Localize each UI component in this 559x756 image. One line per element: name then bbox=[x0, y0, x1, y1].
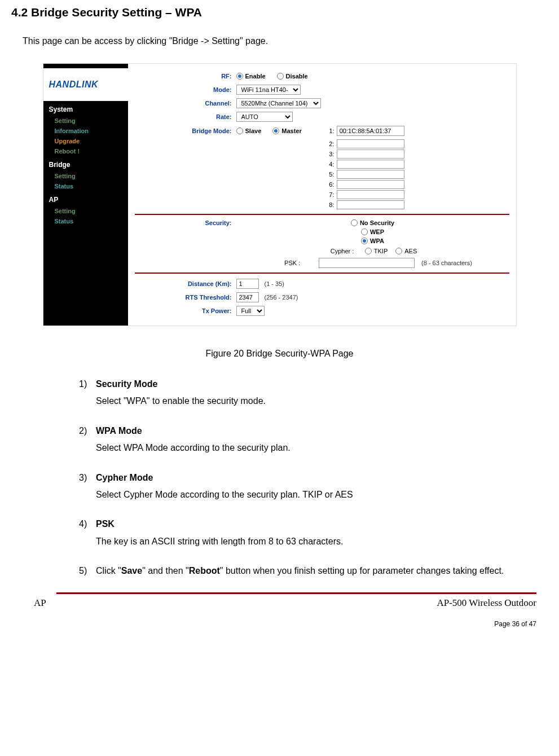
mac-index: 1: bbox=[327, 128, 334, 134]
distance-label: Distance (Km): bbox=[135, 280, 236, 287]
rf-disable-option[interactable]: Disable bbox=[277, 73, 308, 80]
sidebar-item-ap-status[interactable]: Status bbox=[43, 216, 128, 226]
rf-label: RF: bbox=[135, 73, 236, 80]
section-heading: 4.2 Bridge Security Setting – WPA bbox=[11, 6, 548, 19]
cypher-label: Cypher : bbox=[331, 248, 362, 254]
bridge-mode-slave-option[interactable]: Slave bbox=[236, 128, 262, 134]
mac-input-2[interactable] bbox=[337, 139, 404, 148]
mac-index: 5: bbox=[327, 171, 334, 178]
footer-divider bbox=[56, 592, 536, 594]
mac-row-1: 1: bbox=[327, 126, 404, 136]
mac-input-6[interactable] bbox=[337, 180, 404, 189]
sidebar-item-upgrade[interactable]: Upgrade bbox=[43, 136, 128, 146]
rate-select[interactable]: AUTO bbox=[236, 112, 293, 122]
security-none-option[interactable]: No Security bbox=[351, 219, 394, 226]
mac-input-1[interactable] bbox=[337, 126, 404, 136]
radio-icon bbox=[236, 128, 243, 134]
radio-icon bbox=[277, 73, 284, 80]
security-wpa-option[interactable]: WPA bbox=[361, 238, 384, 244]
save-text: Save bbox=[121, 566, 142, 575]
mac-input-5[interactable] bbox=[337, 170, 404, 179]
mac-row-3: 3: bbox=[327, 150, 509, 159]
nav-header-system: System bbox=[43, 101, 128, 116]
settings-form-area: RF: Enable Disable Mode: WiFi 11na HT40-… bbox=[128, 64, 516, 326]
security-wep-option[interactable]: WEP bbox=[361, 228, 384, 235]
sidebar-item-system-setting[interactable]: Setting bbox=[43, 116, 128, 126]
list-item: 4) PSK The key is an ASCII string with l… bbox=[79, 516, 548, 550]
mode-label: Mode: bbox=[135, 86, 236, 93]
intro-paragraph: This page can be access by clicking "Bri… bbox=[23, 36, 548, 46]
cypher-aes-option[interactable]: AES bbox=[395, 248, 417, 254]
mode-select[interactable]: WiFi 11na HT40- bbox=[236, 85, 301, 95]
channel-row: Channel: 5520Mhz (Channel 104) bbox=[135, 98, 509, 109]
cypher-tkip-option[interactable]: TKIP bbox=[365, 248, 388, 254]
master-label: Master bbox=[281, 128, 301, 134]
list-item-desc: The key is an ASCII string with length f… bbox=[96, 533, 548, 550]
mac-row-6: 6: bbox=[327, 180, 509, 189]
reboot-text: Reboot bbox=[189, 566, 220, 575]
cypher-aes-label: AES bbox=[404, 248, 417, 254]
mac-index: 8: bbox=[327, 201, 334, 208]
radio-icon bbox=[395, 248, 402, 254]
brand-logo: HANDLINK bbox=[43, 68, 128, 101]
cypher-tkip-label: TKIP bbox=[374, 248, 388, 254]
mac-input-4[interactable] bbox=[337, 160, 404, 169]
security-wep-label: WEP bbox=[370, 228, 384, 235]
distance-row: Distance (Km): (1 - 35) bbox=[135, 278, 509, 289]
mode-row: Mode: WiFi 11na HT40- bbox=[135, 84, 509, 95]
list-number: 1) bbox=[79, 376, 96, 410]
sidebar-item-reboot[interactable]: Reboot ! bbox=[43, 146, 128, 156]
radio-icon bbox=[365, 248, 372, 254]
list-item-title: Security Mode bbox=[96, 379, 157, 389]
mac-input-3[interactable] bbox=[337, 150, 404, 159]
footer: AP AP-500 Wireless Outdoor bbox=[34, 597, 536, 609]
distance-input[interactable] bbox=[236, 279, 259, 289]
mac-row-5: 5: bbox=[327, 170, 509, 179]
mac-input-7[interactable] bbox=[337, 190, 404, 199]
security-row: Security: No Security WEP WPA Cypher : T… bbox=[135, 219, 509, 268]
txpower-label: Tx Power: bbox=[135, 307, 236, 314]
rts-row: RTS Threshold: (256 - 2347) bbox=[135, 292, 509, 303]
cypher-row: Cypher : TKIP AES bbox=[331, 248, 426, 254]
rts-hint: (256 - 2347) bbox=[265, 294, 298, 301]
footer-right: AP-500 Wireless Outdoor bbox=[437, 597, 536, 609]
rts-label: RTS Threshold: bbox=[135, 294, 236, 301]
list-item-desc: Select WPA Mode according to the securit… bbox=[96, 439, 548, 456]
sidebar-item-ap-setting[interactable]: Setting bbox=[43, 206, 128, 216]
mac-input-8[interactable] bbox=[337, 200, 404, 209]
radio-icon bbox=[236, 73, 243, 80]
rts-input[interactable] bbox=[236, 292, 259, 302]
channel-label: Channel: bbox=[135, 100, 236, 107]
mac-index: 7: bbox=[327, 191, 334, 198]
psk-label: PSK : bbox=[284, 260, 315, 266]
distance-hint: (1 - 35) bbox=[265, 280, 284, 287]
rf-enable-option[interactable]: Enable bbox=[236, 73, 266, 80]
channel-select[interactable]: 5520Mhz (Channel 104) bbox=[236, 98, 321, 108]
list-item: 3) Cypher Mode Select Cypher Mode accord… bbox=[79, 469, 548, 504]
rf-disable-label: Disable bbox=[286, 73, 308, 80]
sidebar: HANDLINK System Setting Information Upgr… bbox=[43, 64, 128, 326]
security-label: Security: bbox=[135, 219, 236, 226]
section-divider bbox=[135, 214, 509, 215]
page-number: Page 36 of 47 bbox=[11, 620, 536, 628]
sidebar-item-information[interactable]: Information bbox=[43, 126, 128, 136]
sidebar-item-bridge-status[interactable]: Status bbox=[43, 181, 128, 191]
sidebar-item-bridge-setting[interactable]: Setting bbox=[43, 171, 128, 181]
mac-index: 2: bbox=[327, 140, 334, 147]
rf-enable-label: Enable bbox=[245, 73, 266, 80]
mac-row-7: 7: bbox=[327, 190, 509, 199]
list-item-title: PSK bbox=[96, 519, 115, 529]
list-item-desc: Select "WPA" to enable the security mode… bbox=[96, 393, 548, 410]
txpower-select[interactable]: Full bbox=[236, 306, 265, 316]
mac-row-4: 4: bbox=[327, 160, 509, 169]
list-item: 1) Security Mode Select "WPA" to enable … bbox=[79, 376, 548, 410]
radio-icon bbox=[272, 128, 279, 134]
list-item-desc: Select Cypher Mode according to the secu… bbox=[96, 486, 548, 503]
psk-input[interactable] bbox=[319, 258, 415, 268]
embedded-screenshot: HANDLINK System Setting Information Upgr… bbox=[43, 63, 517, 326]
mac-index: 3: bbox=[327, 151, 334, 157]
security-wpa-label: WPA bbox=[370, 238, 384, 244]
rf-row: RF: Enable Disable bbox=[135, 71, 509, 82]
bridge-mode-master-option[interactable]: Master bbox=[272, 128, 301, 134]
footer-left: AP bbox=[34, 597, 46, 609]
